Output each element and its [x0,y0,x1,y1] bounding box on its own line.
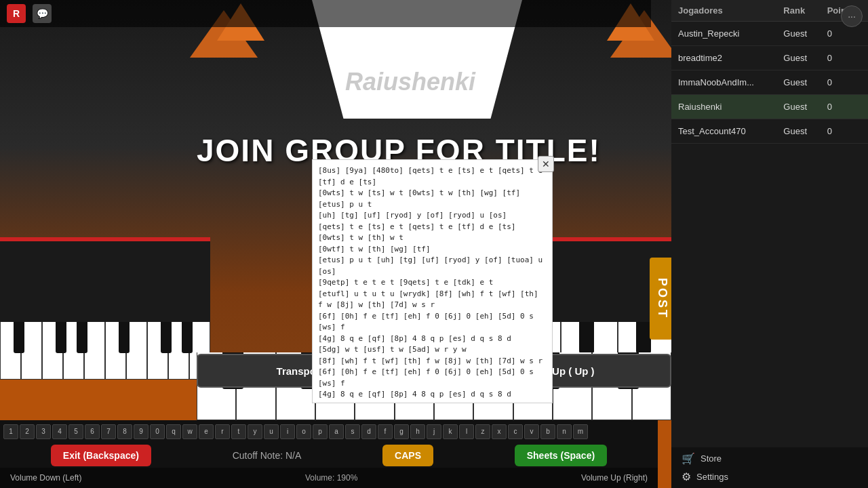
col-rank: Rank [776,0,820,22]
store-button[interactable]: 🛒 Store [678,450,861,467]
key-i[interactable]: i [280,424,295,439]
key-w[interactable]: w [182,424,197,439]
key-g[interactable]: g [394,424,409,439]
table-row-self: Raiushenki Guest 0 [671,95,868,119]
player-name: Test_Account470 [671,119,776,144]
leaderboard-table: Jogadores Rank Points Austin_Repecki Gue… [671,0,868,144]
chat-icon[interactable]: 💬 [33,4,52,23]
sidebar-spacer [671,144,868,488]
key-4[interactable]: 4 [52,424,67,439]
key-2[interactable]: 2 [20,424,35,439]
top-right-menu-button[interactable]: ··· [841,5,863,27]
sheet-music-overlay[interactable]: [8us] [9ya] [480to] [qets] t e [ts] e t … [312,159,553,403]
key-v[interactable]: v [524,424,539,439]
player-rank: Guest [776,70,820,95]
key-s[interactable]: s [345,424,360,439]
table-row: ImmaNoobAndIm... Guest 0 [671,70,868,95]
key-q[interactable]: q [166,424,181,439]
volume-current: Volume: 190% [305,473,357,483]
key-u[interactable]: u [264,424,279,439]
key-3[interactable]: 3 [36,424,51,439]
roblox-topbar: R 💬 [0,0,651,27]
table-row: Austin_Repecki Guest 0 [671,22,868,46]
key-e[interactable]: e [199,424,214,439]
store-icon: 🛒 [682,452,695,465]
key-n[interactable]: n [557,424,572,439]
key-p[interactable]: p [313,424,328,439]
key-h[interactable]: h [410,424,425,439]
player-name: Austin_Repecki [671,22,776,46]
roblox-icon: R [7,4,26,23]
username-display: Raiushenki [258,68,563,96]
exit-button[interactable]: Exit (Backspace) [51,445,151,466]
sheets-button[interactable]: Sheets (Space) [515,445,607,466]
table-row: breadtime2 Guest 0 [671,46,868,70]
key-o[interactable]: o [296,424,311,439]
table-row: Test_Account470 Guest 0 [671,119,868,144]
player-rank-self: Guest [776,95,820,119]
volume-row: Volume Down (Left) Volume: 190% Volume U… [0,468,658,488]
player-points-self: 0 [821,95,868,119]
settings-button[interactable]: ⚙ Settings [678,468,861,485]
player-rank: Guest [776,119,820,144]
key-d[interactable]: d [361,424,376,439]
piano-key-white[interactable] [0,322,21,380]
col-players: Jogadores [671,0,776,22]
player-name: breadtime2 [671,46,776,70]
key-k[interactable]: k [443,424,458,439]
piano-key-white[interactable] [147,322,168,380]
key-9[interactable]: 9 [134,424,149,439]
player-points: 0 [821,46,868,70]
key-a[interactable]: a [329,424,344,439]
piano-key-white[interactable] [105,322,126,380]
key-m[interactable]: m [573,424,588,439]
key-l[interactable]: l [459,424,474,439]
player-name: ImmaNoobAndIm... [671,70,776,95]
player-points: 0 [821,70,868,95]
piano-key-white[interactable] [42,322,63,380]
key-r[interactable]: r [215,424,230,439]
cutoff-note-label: Cutoff Note: N/A [233,450,302,461]
key-7[interactable]: 7 [101,424,116,439]
key-c[interactable]: c [508,424,523,439]
key-1[interactable]: 1 [3,424,18,439]
settings-icon: ⚙ [682,470,691,483]
volume-up-button[interactable]: Volume Up (Right) [581,473,648,483]
player-points: 0 [821,119,868,144]
key-5[interactable]: 5 [68,424,83,439]
key-x[interactable]: x [492,424,507,439]
key-z[interactable]: z [475,424,490,439]
action-row: Exit (Backspace) Cutoff Note: N/A CAPS S… [0,443,658,468]
key-numbers-row: 1 2 3 4 5 6 7 8 9 0 q w e r t y u i o p … [0,420,658,443]
sheet-close-button[interactable]: ✕ [538,156,554,172]
caps-button[interactable]: CAPS [382,445,433,466]
key-6[interactable]: 6 [85,424,100,439]
piano-section-left [0,237,210,380]
piano-red-left [0,237,210,241]
player-rank: Guest [776,22,820,46]
player-rank: Guest [776,46,820,70]
volume-down-button[interactable]: Volume Down (Left) [10,473,81,483]
player-name-self: Raiushenki [671,95,776,119]
key-f[interactable]: f [378,424,393,439]
key-8[interactable]: 8 [117,424,132,439]
leaderboard-sidebar: Jogadores Rank Points Austin_Repecki Gue… [671,0,868,488]
key-t[interactable]: t [231,424,246,439]
key-0[interactable]: 0 [150,424,165,439]
player-points: 0 [821,22,868,46]
key-y[interactable]: y [248,424,262,439]
sidebar-bottom-buttons: 🛒 Store ⚙ Settings [671,447,868,488]
key-b[interactable]: b [540,424,555,439]
key-j[interactable]: j [427,424,441,439]
